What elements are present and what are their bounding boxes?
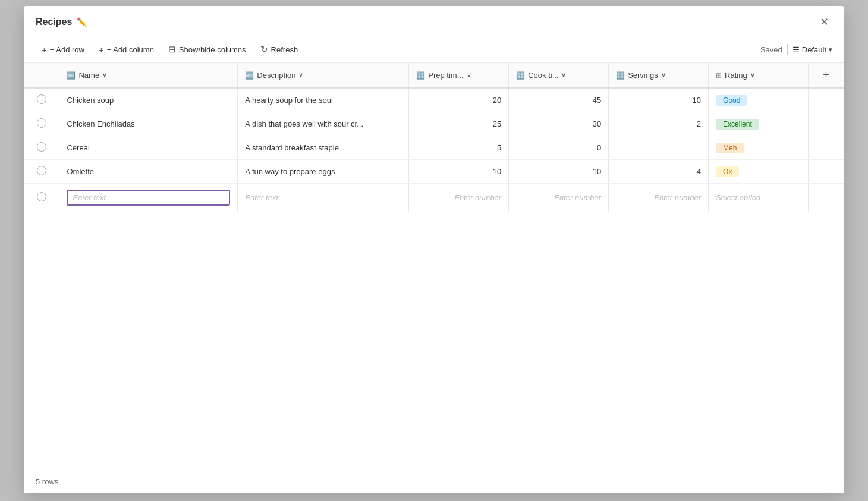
saved-label: Saved — [760, 45, 782, 54]
table-row: Cereal A standard breakfast staple 5 0 M… — [24, 136, 844, 160]
row-checkbox[interactable] — [37, 166, 46, 175]
rating-badge: Good — [716, 95, 747, 106]
close-button[interactable]: ✕ — [816, 14, 832, 30]
add-row-label: + Add row — [50, 45, 84, 54]
name-sort-icon: ∨ — [102, 71, 107, 79]
row-cook-cell: 45 — [509, 88, 609, 112]
cook-col-icon: 🔢 — [516, 71, 525, 80]
rating-badge: Excellent — [716, 119, 759, 130]
row-extra-cell — [809, 112, 844, 136]
new-row-desc-cell[interactable]: Enter text — [238, 184, 409, 212]
col-serv-label: Servings — [628, 71, 658, 80]
col-description-header[interactable]: 🔤 Description ∨ — [238, 63, 409, 88]
name-col-icon: 🔤 — [67, 71, 76, 80]
row-checkbox[interactable] — [37, 118, 46, 128]
row-checkbox-cell[interactable] — [24, 136, 59, 160]
row-checkbox-cell[interactable] — [24, 88, 59, 112]
add-row-button[interactable]: + + Add row — [36, 42, 90, 58]
table-row: Omlette A fun way to prepare eggs 10 10 … — [24, 160, 844, 184]
show-hide-columns-button[interactable]: ⊟ Show/hide columns — [162, 41, 252, 58]
col-checkbox — [24, 63, 59, 88]
add-column-plus-button[interactable]: + — [823, 69, 829, 81]
row-rating-cell[interactable]: Excellent — [709, 112, 809, 136]
new-row-extra-cell — [809, 184, 844, 212]
row-serv-cell: 2 — [609, 112, 709, 136]
row-checkbox-cell[interactable] — [24, 112, 59, 136]
rating-sort-icon: ∨ — [750, 71, 755, 79]
row-rating-cell[interactable]: Ok — [709, 160, 809, 184]
toolbar-divider — [787, 44, 788, 55]
add-row-icon: + — [42, 45, 47, 55]
row-cook-cell: 0 — [509, 136, 609, 160]
modal-header: Recipes ✏️ ✕ — [24, 6, 844, 36]
row-desc-cell[interactable]: A hearty soup for the soul — [238, 88, 409, 112]
new-row-rating-input[interactable]: Select option — [716, 193, 760, 202]
new-row-serv-cell[interactable]: Enter number — [609, 184, 709, 212]
new-row-prep-cell[interactable]: Enter number — [409, 184, 509, 212]
row-desc-cell[interactable]: A dish that goes well with sour cr... — [238, 112, 409, 136]
new-row-name-input[interactable]: Enter text — [67, 190, 230, 206]
new-row-checkbox-cell[interactable] — [24, 184, 59, 212]
row-checkbox-cell[interactable] — [24, 160, 59, 184]
modal-overlay: Recipes ✏️ ✕ + + Add row + + Add column … — [0, 0, 868, 501]
col-rating-header[interactable]: ⊞ Rating ∨ — [709, 63, 809, 88]
new-row-desc-input[interactable]: Enter text — [245, 193, 278, 202]
rating-col-icon: ⊞ — [716, 71, 722, 80]
row-rating-cell[interactable]: Meh — [709, 136, 809, 160]
col-name-header[interactable]: 🔤 Name ∨ — [59, 63, 238, 88]
row-desc-cell[interactable]: A fun way to prepare eggs — [238, 160, 409, 184]
col-servings-header[interactable]: 🔢 Servings ∨ — [609, 63, 709, 88]
default-view-button[interactable]: ☰ Default ▾ — [792, 45, 832, 54]
chevron-down-icon: ▾ — [829, 46, 832, 53]
show-hide-icon: ⊟ — [168, 44, 176, 55]
row-cook-cell: 30 — [509, 112, 609, 136]
row-desc-cell[interactable]: A standard breakfast staple — [238, 136, 409, 160]
row-name-cell[interactable]: Omlette — [59, 160, 238, 184]
new-row-prep-input[interactable]: Enter number — [454, 193, 501, 202]
desc-col-icon: 🔤 — [245, 71, 254, 80]
default-label: Default — [802, 45, 826, 54]
row-name-cell[interactable]: Cereal — [59, 136, 238, 160]
row-prep-cell: 20 — [409, 88, 509, 112]
row-checkbox[interactable] — [37, 94, 46, 104]
serv-sort-icon: ∨ — [661, 71, 666, 79]
serv-col-icon: 🔢 — [616, 71, 625, 80]
list-icon: ☰ — [792, 45, 800, 54]
new-row-checkbox[interactable] — [37, 192, 46, 201]
row-prep-cell: 10 — [409, 160, 509, 184]
row-extra-cell — [809, 136, 844, 160]
table-container: 🔤 Name ∨ 🔤 Description ∨ — [24, 63, 844, 470]
table-row: Chicken soup A hearty soup for the soul … — [24, 88, 844, 112]
add-column-label: + Add column — [107, 45, 154, 54]
rating-badge: Meh — [716, 143, 744, 153]
col-cook-header[interactable]: 🔢 Cook ti... ∨ — [509, 63, 609, 88]
new-row-name-cell[interactable]: Enter text — [59, 184, 238, 212]
new-row-serv-input[interactable]: Enter number — [654, 193, 701, 202]
prep-col-icon: 🔢 — [416, 71, 425, 80]
refresh-button[interactable]: ↻ Refresh — [254, 41, 304, 58]
recipes-modal: Recipes ✏️ ✕ + + Add row + + Add column … — [24, 6, 844, 493]
col-add-header[interactable]: + — [809, 63, 844, 88]
modal-title: Recipes — [36, 17, 72, 27]
new-row-cook-input[interactable]: Enter number — [554, 193, 601, 202]
cook-sort-icon: ∨ — [561, 71, 566, 79]
row-rating-cell[interactable]: Good — [709, 88, 809, 112]
row-name-cell[interactable]: Chicken soup — [59, 88, 238, 112]
table-row: Chicken Enchiladas A dish that goes well… — [24, 112, 844, 136]
new-row-rating-cell[interactable]: Select option — [709, 184, 809, 212]
table-footer: 5 rows — [24, 470, 844, 493]
row-extra-cell — [809, 88, 844, 112]
edit-icon[interactable]: ✏️ — [77, 17, 87, 27]
col-rating-label: Rating — [725, 71, 747, 80]
show-hide-label: Show/hide columns — [179, 45, 246, 54]
col-name-label: Name — [78, 71, 99, 80]
row-extra-cell — [809, 160, 844, 184]
new-row-cook-cell[interactable]: Enter number — [509, 184, 609, 212]
col-prep-header[interactable]: 🔢 Prep tim... ∨ — [409, 63, 509, 88]
row-checkbox[interactable] — [37, 142, 46, 152]
add-column-button[interactable]: + + Add column — [93, 42, 160, 58]
row-serv-cell: 10 — [609, 88, 709, 112]
rating-badge: Ok — [716, 166, 739, 177]
row-name-cell[interactable]: Chicken Enchiladas — [59, 112, 238, 136]
row-prep-cell: 25 — [409, 112, 509, 136]
